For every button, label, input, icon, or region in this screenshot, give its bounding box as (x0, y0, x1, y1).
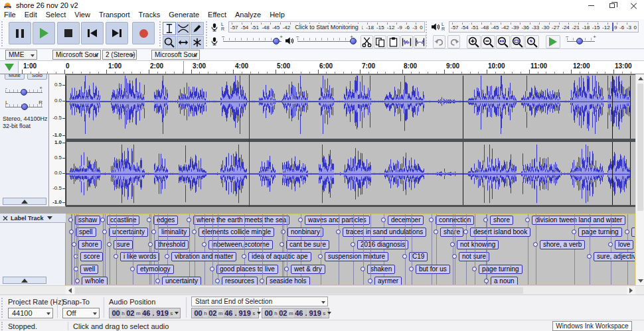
pan-slider[interactable]: L R (5, 100, 43, 111)
label-chip[interactable]: sshaw (75, 216, 100, 225)
label-handle[interactable] (351, 242, 355, 247)
label-area[interactable]: sshawcoastlineedgeswhere the earth meets… (66, 214, 635, 285)
transport-skip-end-button[interactable] (106, 22, 128, 44)
label-chip[interactable]: traces in sand undulations (343, 228, 426, 237)
label-handle[interactable] (608, 242, 613, 247)
toolbar-grip[interactable] (1, 298, 4, 318)
label-handle[interactable] (284, 267, 289, 271)
zoom-fit-button[interactable] (511, 35, 524, 48)
menu-analyze[interactable]: Analyze (232, 11, 266, 19)
label-chip[interactable]: w/hole (82, 277, 108, 285)
horizontal-scrollbar[interactable] (0, 285, 644, 295)
label-handle[interactable] (625, 230, 629, 234)
envelope-tool-button[interactable] (177, 22, 190, 35)
paste-button[interactable] (387, 35, 400, 48)
label-handle[interactable] (533, 242, 538, 247)
recording-meter[interactable]: -57-54-51-48-45-42-39-36-33-30-27-24-21-… (228, 21, 425, 33)
selection-start-field[interactable]: 00h02m46.919s (191, 308, 259, 318)
track-close-icon[interactable] (3, 216, 8, 221)
label-chip[interactable]: page turning (479, 265, 523, 274)
monitor-prompt[interactable]: Click to Start Monitoring (291, 24, 362, 31)
play-speed-slider[interactable]: −+ (566, 35, 596, 46)
label-handle[interactable] (155, 279, 160, 283)
label-chip[interactable]: cant be sure (286, 240, 329, 249)
vertical-scrollbar[interactable] (635, 74, 644, 285)
label-chip[interactable]: suspension mixture (325, 252, 388, 261)
scroll-left-button[interactable] (66, 287, 74, 295)
waveform-channel-left[interactable] (66, 76, 635, 139)
label-chip[interactable]: idea of aquatic ape (248, 252, 311, 261)
trim-button[interactable] (400, 35, 413, 48)
label-chip[interactable]: resources (222, 277, 258, 285)
label-chip[interactable]: waves and particles (305, 216, 370, 225)
draw-tool-button[interactable] (191, 22, 204, 35)
label-chip[interactable]: vibration and matter (171, 252, 236, 261)
label-chip[interactable]: a noun (491, 277, 518, 285)
track-menu-arrow-icon[interactable] (47, 216, 52, 220)
label-handle[interactable] (114, 254, 118, 259)
solo-button[interactable]: Solo (27, 74, 47, 80)
label-chip[interactable]: shore (490, 216, 513, 225)
copy-button[interactable] (374, 35, 386, 48)
track-collapse-button[interactable] (3, 198, 46, 205)
label-track-name[interactable]: Label Track (11, 215, 44, 222)
snap-to-select[interactable]: Off (62, 308, 100, 318)
label-handle[interactable] (572, 230, 576, 234)
playback-volume-slider[interactable]: −+ (296, 35, 353, 46)
label-handle[interactable] (472, 267, 477, 271)
recording-channels-select[interactable]: 2 (Stereo) (102, 50, 137, 60)
zoom-toggle-button[interactable] (525, 35, 539, 48)
label-handle[interactable] (450, 242, 455, 247)
label-chip[interactable]: score (80, 252, 103, 261)
label-chip[interactable]: page turning (578, 228, 622, 237)
label-chip[interactable]: well (80, 265, 98, 274)
mute-button[interactable]: Mute (5, 74, 25, 80)
recording-device-select[interactable]: Microsoft Sour (52, 50, 101, 60)
scroll-right-button[interactable] (627, 287, 635, 295)
gain-slider-thumb[interactable] (21, 89, 27, 96)
label-handle[interactable] (165, 254, 169, 259)
zoom-in-button[interactable] (467, 35, 481, 48)
label-chip[interactable]: december (388, 216, 424, 225)
selection-tool-button[interactable] (163, 22, 176, 35)
scroll-down-button[interactable] (636, 277, 644, 285)
label-handle[interactable] (151, 230, 156, 234)
redo-button[interactable] (447, 35, 460, 48)
label-chip[interactable]: shore, a verb (540, 240, 585, 249)
toolbar-grip[interactable] (159, 21, 162, 46)
close-button[interactable] (623, 1, 644, 11)
label-chip[interactable]: wet & dry (291, 265, 325, 274)
restore-button[interactable] (602, 1, 623, 11)
label-chip[interactable]: spell (76, 228, 96, 237)
label-handle[interactable] (587, 254, 592, 259)
label-chip[interactable]: shore (78, 240, 102, 249)
label-handle[interactable] (361, 267, 365, 271)
label-chip[interactable]: but for us (416, 265, 450, 274)
timeline-ruler[interactable]: 1:0001:002:003:004:005:006:007:008:009:0… (0, 61, 644, 74)
zoom-selection-button[interactable] (496, 35, 510, 48)
label-chip[interactable]: liminality (158, 228, 190, 237)
label-handle[interactable] (484, 279, 489, 283)
cut-button[interactable] (361, 35, 373, 48)
label-chip[interactable]: etymology (137, 265, 174, 274)
label-chip[interactable]: division tween land and water (532, 216, 625, 225)
label-handle[interactable] (260, 279, 264, 283)
play-at-speed-button[interactable] (546, 35, 560, 48)
transport-skip-start-button[interactable] (81, 22, 104, 44)
label-handle[interactable] (130, 267, 135, 271)
play-speed-slider-thumb[interactable] (576, 38, 583, 44)
minimize-button[interactable] (580, 1, 602, 11)
label-chip[interactable]: desert island book (470, 228, 530, 237)
label-handle[interactable] (280, 242, 284, 247)
label-track-collapse-button[interactable] (3, 277, 46, 284)
selection-end-field[interactable]: 00h02m46.919s (262, 308, 329, 318)
label-track-panel[interactable]: Label Track (0, 214, 66, 285)
pan-slider-thumb[interactable] (21, 103, 28, 110)
timeshift-tool-button[interactable] (177, 36, 190, 49)
label-handle[interactable] (69, 230, 74, 234)
label-handle[interactable] (107, 242, 112, 247)
timeline-options-button[interactable] (0, 61, 19, 74)
menu-tracks[interactable]: Tracks (135, 11, 166, 19)
playback-meter[interactable]: -57-54-51-48-45-42-39-36-33-30-27-24-21-… (449, 21, 639, 33)
label-handle[interactable] (525, 218, 530, 222)
